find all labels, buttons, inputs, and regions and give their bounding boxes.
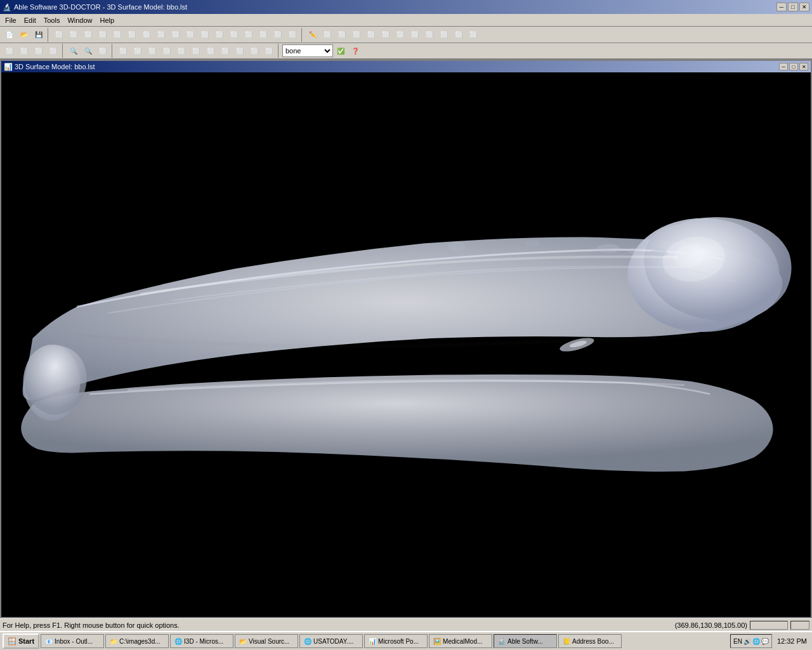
coordinates-display: (369.86,130.98,105.00) — [675, 621, 747, 629]
tb2-btn-9[interactable]: ⬜ — [131, 44, 145, 58]
tb2-btn-16[interactable]: ⬜ — [233, 44, 247, 58]
tb-btn-29[interactable]: ⬜ — [422, 28, 436, 42]
inner-minimize-button[interactable]: ─ — [779, 63, 788, 70]
tray-icon-1: 🔊 — [743, 638, 751, 645]
inner-maximize-button[interactable]: □ — [789, 63, 798, 70]
taskbar-item-images3d[interactable]: 📁 C:\images3d... — [105, 634, 169, 648]
menu-edit[interactable]: Edit — [20, 15, 40, 25]
tb-btn-8[interactable]: ⬜ — [110, 28, 124, 42]
tb-btn-10[interactable]: ⬜ — [140, 28, 154, 42]
taskbar-label-images3d: C:\images3d... — [119, 638, 160, 645]
inner-window-title: 3D Surface Model: bbo.lst — [15, 63, 95, 70]
tb-btn-6[interactable]: ⬜ — [81, 28, 95, 42]
start-button[interactable]: 🪟 Start — [3, 633, 39, 649]
save-button[interactable]: 💾 — [32, 28, 46, 42]
tb2-btn-18[interactable]: ⬜ — [262, 44, 276, 58]
minimize-button[interactable]: ─ — [776, 3, 787, 11]
tb-btn-26[interactable]: ⬜ — [379, 28, 393, 42]
tb-btn-25[interactable]: ⬜ — [364, 28, 378, 42]
3d-viewport[interactable] — [1, 72, 811, 617]
tb2-btn-17[interactable]: ⬜ — [247, 44, 261, 58]
mdi-area: 📊 3D Surface Model: bbo.lst ─ □ ✕ — [0, 60, 812, 618]
tb2-btn-2[interactable]: ⬜ — [17, 44, 31, 58]
taskbar-icon-visual: 📂 — [239, 638, 247, 645]
tb-btn-13[interactable]: ⬜ — [183, 28, 197, 42]
status-bar: For Help, press F1. Right mouse button f… — [0, 618, 812, 631]
taskbar-item-medical[interactable]: 🖼️ MedicalMod... — [429, 634, 492, 648]
taskbar-icon-images3d: 📁 — [110, 638, 117, 645]
tb2-btn-8[interactable]: ⬜ — [116, 44, 130, 58]
tb2-btn-4[interactable]: ⬜ — [46, 44, 60, 58]
tb2-btn-1[interactable]: ⬜ — [3, 44, 16, 58]
tb-btn-11[interactable]: ⬜ — [154, 28, 168, 42]
taskbar-item-address[interactable]: 📒 Address Boo... — [558, 634, 622, 648]
tb-btn-14[interactable]: ⬜ — [198, 28, 212, 42]
taskbar-item-visual[interactable]: 📂 Visual Sourc... — [235, 634, 298, 648]
tb2-btn-15[interactable]: ⬜ — [218, 44, 232, 58]
tb2-btn-14[interactable]: ⬜ — [204, 44, 218, 58]
tb-btn-19[interactable]: ⬜ — [271, 28, 285, 42]
tb-btn-30[interactable]: ⬜ — [437, 28, 451, 42]
tb-btn-15[interactable]: ⬜ — [213, 28, 226, 42]
taskbar-label-i3d: I3D - Micros... — [184, 638, 223, 645]
taskbar-item-usatoday[interactable]: 🌐 USATODAY.... — [299, 634, 363, 648]
taskbar-icon-i3d: 🌐 — [174, 638, 182, 645]
tb2-btn-7[interactable]: ⬜ — [96, 44, 110, 58]
tb2-zoom-in[interactable]: 🔍 — [67, 44, 81, 58]
new-button[interactable]: 📄 — [3, 28, 16, 42]
tb-btn-9[interactable]: ⬜ — [125, 28, 139, 42]
tb-btn-24[interactable]: ⬜ — [350, 28, 363, 42]
taskbar-label-visual: Visual Sourc... — [249, 638, 289, 645]
tray-icon-3: 💬 — [761, 638, 769, 645]
tb-btn-22[interactable]: ⬜ — [320, 28, 334, 42]
menu-file[interactable]: File — [1, 15, 20, 25]
tb-btn-31[interactable]: ⬜ — [452, 28, 466, 42]
tb-btn-21[interactable]: ✏️ — [306, 28, 320, 42]
tb2-btn-11[interactable]: ⬜ — [160, 44, 174, 58]
tb2-btn-3[interactable]: ⬜ — [32, 44, 46, 58]
taskbar-item-i3d[interactable]: 🌐 I3D - Micros... — [170, 634, 233, 648]
sep2 — [301, 28, 304, 42]
tb-btn-16[interactable]: ⬜ — [227, 28, 241, 42]
sep3 — [62, 44, 65, 58]
inner-close-button[interactable]: ✕ — [799, 63, 808, 70]
status-indicator-1 — [750, 621, 788, 630]
menu-help[interactable]: Help — [96, 15, 119, 25]
tb2-btn-12[interactable]: ⬜ — [174, 44, 188, 58]
menu-window[interactable]: Window — [63, 15, 96, 25]
tb-btn-20[interactable]: ⬜ — [285, 28, 299, 42]
tb-btn-12[interactable]: ⬜ — [169, 28, 183, 42]
taskbar-item-able[interactable]: 🔬 Able Softw... — [494, 634, 557, 648]
close-button[interactable]: ✕ — [799, 3, 809, 11]
tray-icon-2: 🌐 — [752, 638, 760, 645]
tb-btn-23[interactable]: ⬜ — [335, 28, 349, 42]
material-dropdown[interactable]: bone — [282, 44, 333, 57]
tb2-zoom-out[interactable]: 🔍 — [81, 44, 95, 58]
taskbar-item-inbox[interactable]: 📧 Inbox - Outl... — [41, 634, 104, 648]
inner-title-bar: 📊 3D Surface Model: bbo.lst ─ □ ✕ — [1, 61, 811, 72]
svg-point-10 — [627, 248, 640, 254]
sep1 — [48, 28, 50, 42]
tb-btn-7[interactable]: ⬜ — [96, 28, 110, 42]
tb2-btn-10[interactable]: ⬜ — [145, 44, 159, 58]
clock-display: 12:32 PM — [775, 637, 809, 645]
tb-btn-32[interactable]: ⬜ — [466, 28, 480, 42]
tb-btn-27[interactable]: ⬜ — [393, 28, 407, 42]
tb-btn-5[interactable]: ⬜ — [67, 28, 81, 42]
menu-tools[interactable]: Tools — [40, 15, 64, 25]
taskbar-item-microsoft[interactable]: 📊 Microsoft Po... — [364, 634, 428, 648]
tb2-apply-btn[interactable]: ✅ — [334, 44, 348, 58]
tb-btn-28[interactable]: ⬜ — [408, 28, 422, 42]
svg-point-9 — [597, 244, 620, 253]
tb-btn-17[interactable]: ⬜ — [242, 28, 256, 42]
toolbar-2: ⬜ ⬜ ⬜ ⬜ 🔍 🔍 ⬜ ⬜ ⬜ ⬜ ⬜ ⬜ ⬜ ⬜ ⬜ ⬜ ⬜ ⬜ bone… — [0, 43, 812, 60]
tb2-help-btn[interactable]: ❓ — [348, 44, 362, 58]
start-label: Start — [18, 637, 34, 645]
tb2-btn-13[interactable]: ⬜ — [189, 44, 203, 58]
tb-btn-4[interactable]: ⬜ — [52, 28, 66, 42]
menu-bar: File Edit Tools Window Help — [0, 14, 812, 27]
inner-window: 📊 3D Surface Model: bbo.lst ─ □ ✕ — [0, 60, 812, 618]
open-button[interactable]: 📂 — [17, 28, 31, 42]
maximize-button[interactable]: □ — [788, 3, 798, 11]
tb-btn-18[interactable]: ⬜ — [256, 28, 270, 42]
